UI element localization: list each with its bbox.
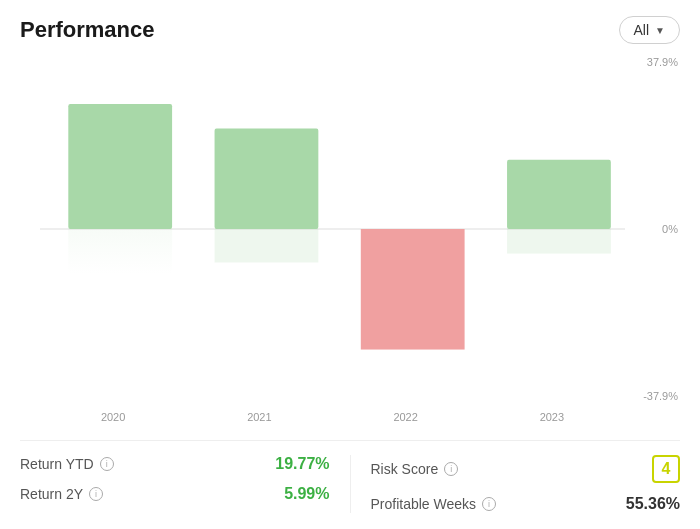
return-ytd-label: Return YTD i [20, 456, 114, 472]
profitable-weeks-value: 55.36% [626, 495, 680, 513]
filter-label: All [634, 22, 650, 38]
risk-score-row: Risk Score i 4 [371, 455, 681, 483]
return-ytd-row: Return YTD i 19.77% [20, 455, 330, 473]
bar-2022 [361, 229, 465, 350]
page-title: Performance [20, 17, 155, 43]
performance-widget: Performance All ▼ [0, 0, 700, 529]
profitable-weeks-label: Profitable Weeks i [371, 496, 497, 512]
return-2y-row: Return 2Y i 5.99% [20, 485, 330, 503]
return-ytd-value: 19.77% [275, 455, 329, 473]
x-label-2023: 2023 [479, 411, 625, 423]
profitable-weeks-row: Profitable Weeks i 55.36% [371, 495, 681, 513]
return-2y-value: 5.99% [284, 485, 329, 503]
x-label-2021: 2021 [186, 411, 332, 423]
svg-rect-2 [215, 229, 319, 262]
header: Performance All ▼ [20, 16, 680, 44]
filter-button[interactable]: All ▼ [619, 16, 680, 44]
x-label-2022: 2022 [333, 411, 479, 423]
profitable-weeks-info-icon[interactable]: i [482, 497, 496, 511]
y-label-mid: 0% [662, 223, 678, 235]
y-label-top: 37.9% [647, 56, 678, 68]
bar-2021 [215, 129, 319, 229]
metrics-left: Return YTD i 19.77% Return 2Y i 5.99% [20, 455, 351, 513]
y-axis-labels: 37.9% 0% -37.9% [632, 56, 680, 402]
bar-2020 [68, 104, 172, 229]
return-ytd-info-icon[interactable]: i [100, 457, 114, 471]
y-label-bottom: -37.9% [643, 390, 678, 402]
metrics-section: Return YTD i 19.77% Return 2Y i 5.99% Ri… [20, 440, 680, 513]
chevron-down-icon: ▼ [655, 25, 665, 36]
metrics-right: Risk Score i 4 Profitable Weeks i 55.36% [351, 455, 681, 513]
x-axis-labels: 2020 2021 2022 2023 [40, 402, 625, 432]
risk-score-label: Risk Score i [371, 461, 459, 477]
bar-2023 [507, 160, 611, 229]
return-2y-label: Return 2Y i [20, 486, 103, 502]
return-2y-info-icon[interactable]: i [89, 487, 103, 501]
risk-score-badge: 4 [652, 455, 680, 483]
risk-score-info-icon[interactable]: i [444, 462, 458, 476]
svg-rect-1 [68, 229, 172, 274]
chart-area: 37.9% 0% -37.9% 2020 2021 2022 2023 [20, 56, 680, 432]
bar-chart [40, 56, 625, 402]
svg-rect-3 [507, 229, 611, 254]
x-label-2020: 2020 [40, 411, 186, 423]
